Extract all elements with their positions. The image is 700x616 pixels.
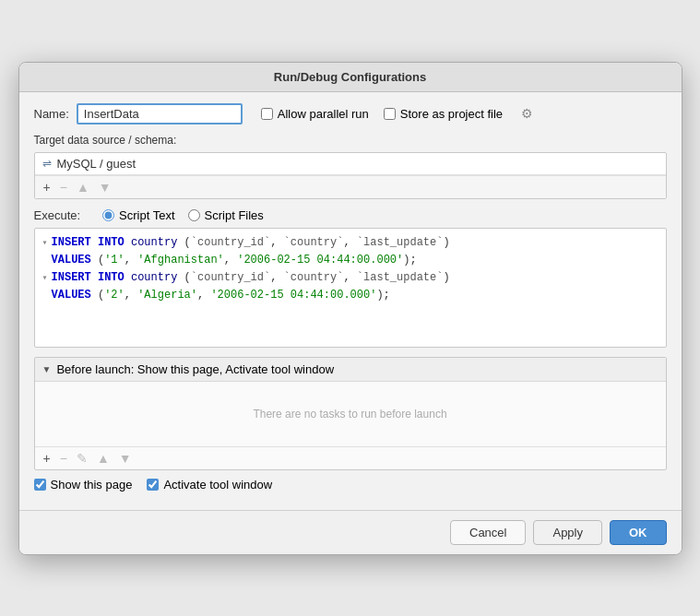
code-editor[interactable]: ▾ INSERT INTO country (`country_id`, `co… (34, 228, 667, 348)
name-label: Name: (34, 107, 69, 121)
name-row: Name: Allow parallel run Store as projec… (34, 103, 667, 124)
name-input[interactable] (77, 103, 243, 124)
before-launch-down-btn[interactable]: ▼ (116, 450, 135, 467)
run-debug-dialog: Run/Debug Configurations Name: Allow par… (18, 62, 682, 555)
execute-radio-group: Script Text Script Files (102, 208, 264, 222)
button-row: Cancel Apply OK (19, 510, 682, 554)
script-files-option[interactable]: Script Files (188, 208, 264, 222)
header-checkboxes: Allow parallel run Store as project file… (261, 106, 533, 121)
code-line-2: ▾ VALUES ('1', 'Afghanistan', '2006-02-1… (42, 252, 658, 269)
show-page-checkbox[interactable] (34, 479, 46, 491)
datasource-text: MySQL / guest (57, 157, 136, 171)
datasource-section: Target data source / schema: ⇌ MySQL / g… (34, 134, 667, 199)
store-project-checkbox[interactable] (384, 108, 396, 120)
before-launch-header[interactable]: ▼ Before launch: Show this page, Activat… (35, 358, 666, 382)
datasource-add-btn[interactable]: + (41, 179, 53, 195)
before-launch-section: ▼ Before launch: Show this page, Activat… (34, 357, 667, 470)
code-line-4: ▾ VALUES ('2', 'Algeria', '2006-02-15 04… (42, 287, 658, 304)
show-page-label: Show this page (51, 478, 133, 492)
code-line-3: ▾ INSERT INTO country (`country_id`, `co… (42, 269, 658, 287)
allow-parallel-checkbox[interactable] (261, 108, 273, 120)
dialog-content: Name: Allow parallel run Store as projec… (19, 92, 682, 510)
before-launch-content: There are no tasks to run before launch (35, 382, 666, 446)
datasource-remove-btn[interactable]: − (57, 179, 70, 195)
script-files-radio[interactable] (188, 209, 200, 221)
allow-parallel-item: Allow parallel run (261, 107, 369, 121)
before-launch-up-btn[interactable]: ▲ (94, 450, 113, 467)
ok-button[interactable]: OK (610, 520, 667, 545)
dialog-title: Run/Debug Configurations (19, 63, 682, 92)
datasource-toolbar: + − ▲ ▼ (35, 175, 666, 198)
datasource-box: ⇌ MySQL / guest + − ▲ ▼ (34, 152, 667, 199)
code-line-1: ▾ INSERT INTO country (`country_id`, `co… (42, 234, 658, 252)
store-project-label: Store as project file (400, 107, 503, 121)
before-launch-toolbar: + − ✎ ▲ ▼ (35, 446, 666, 469)
allow-parallel-label: Allow parallel run (278, 107, 369, 121)
cancel-button[interactable]: Cancel (450, 520, 526, 545)
execute-label: Execute: (34, 208, 81, 222)
execute-row: Execute: Script Text Script Files (34, 208, 667, 222)
script-text-label: Script Text (119, 208, 174, 222)
datasource-up-btn[interactable]: ▲ (74, 179, 92, 195)
datasource-icon: ⇌ (42, 157, 52, 170)
before-launch-title: Before launch: Show this page, Activate … (56, 362, 334, 376)
fold-arrow-1[interactable]: ▾ (42, 236, 48, 251)
script-text-option[interactable]: Script Text (102, 208, 174, 222)
activate-window-item: Activate tool window (147, 478, 272, 492)
apply-button[interactable]: Apply (533, 520, 602, 545)
before-launch-empty: There are no tasks to run before launch (253, 408, 446, 421)
before-launch-edit-btn[interactable]: ✎ (74, 450, 90, 467)
activate-window-checkbox[interactable] (147, 479, 159, 491)
gear-icon[interactable]: ⚙ (521, 106, 533, 121)
show-page-item: Show this page (34, 478, 133, 492)
before-launch-arrow: ▼ (42, 364, 52, 374)
store-project-item: Store as project file (384, 107, 503, 121)
bottom-checkboxes: Show this page Activate tool window (34, 478, 667, 492)
activate-window-label: Activate tool window (163, 478, 272, 492)
script-files-label: Script Files (205, 208, 264, 222)
datasource-down-btn[interactable]: ▼ (96, 179, 114, 195)
before-launch-remove-btn[interactable]: − (57, 450, 70, 467)
script-text-radio[interactable] (102, 209, 114, 221)
before-launch-add-btn[interactable]: + (41, 450, 53, 467)
datasource-label: Target data source / schema: (34, 134, 667, 147)
datasource-item[interactable]: ⇌ MySQL / guest (35, 153, 666, 175)
fold-arrow-3[interactable]: ▾ (42, 271, 48, 286)
